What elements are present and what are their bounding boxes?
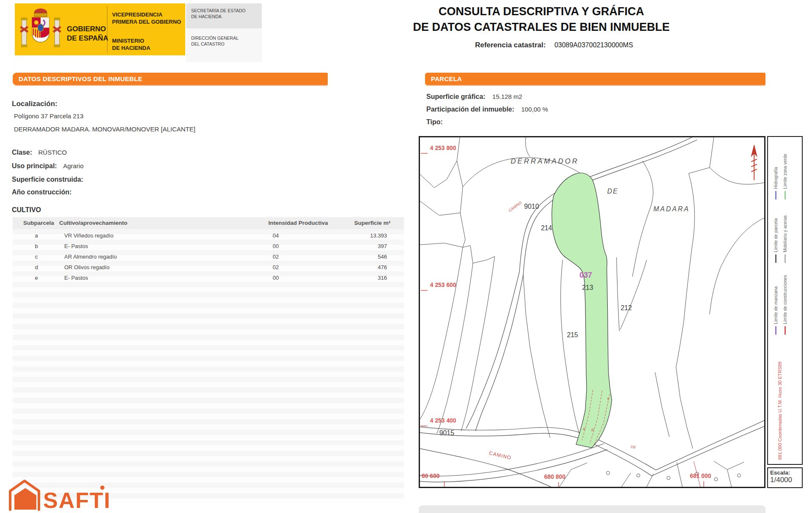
- legend-swatch: [785, 326, 786, 335]
- section-header-datos-descriptivos: DATOS DESCRIPTIVOS DEL INMUEBLE: [13, 73, 328, 85]
- table-row: e E- Pastos 00 316: [13, 275, 404, 285]
- table-row: c AR Almendro regadío 02 546: [13, 254, 404, 264]
- cultivo-table-body: a VR Viñedos regadío 04 13.393 b E- Past…: [13, 229, 404, 503]
- legend-swatch: [775, 326, 776, 335]
- superficie-grafica-row: Superficie gráfica: 15.128 m2: [426, 93, 522, 101]
- gobierno-text: GOBIERNO DE ESPAÑA: [67, 25, 108, 43]
- legend-swatch: [785, 191, 786, 199]
- subparcel-letter-e: e: [607, 396, 610, 401]
- superficie-construida-row: Superficie construida:: [12, 176, 88, 183]
- localizacion-line1: Polígono 37 Parcela 213: [14, 112, 83, 120]
- gobierno-logo-block: GOBIERNO DE ESPAÑA VICEPRESIDENCIA PRIME…: [15, 3, 185, 55]
- parcel-number-213: 213: [582, 284, 593, 291]
- parcel-number-9010: 9010: [524, 203, 539, 210]
- participacion-row: Participación del inmueble: 100,00 %: [426, 106, 548, 113]
- subparcel-label-037: 037: [579, 271, 592, 279]
- cultivo-table-header: Subparcela Cultivo/aprovechamiento Inten…: [13, 217, 404, 229]
- spain-coat-of-arms-icon: [19, 5, 62, 53]
- parcel-number-212: 212: [621, 304, 632, 311]
- table-row: d OR Olivos regadío 02 476: [13, 264, 404, 275]
- legend-entry-hidrografia: Hidrografía: [772, 167, 779, 199]
- ministerio-text: MINISTERIO DE HACIENDA: [112, 37, 150, 52]
- coord-label-y3: 4 253 400: [430, 417, 456, 424]
- localizacion-line2: DERRAMADOR MADARA. MONOVAR/MONOVER [ALIC…: [14, 126, 195, 133]
- referencia-catastral: Referencia catastral: 03089A037002130000…: [381, 41, 702, 49]
- cultivo-title: CULTIVO: [12, 206, 41, 214]
- safti-house-icon: [10, 481, 39, 510]
- parcel-number-9015: 9015: [439, 429, 454, 437]
- camino-road-label-small: CAMINO: [508, 200, 523, 213]
- safti-brand-text: SAFTI: [43, 488, 110, 511]
- legend-swatch: [775, 254, 776, 263]
- tipo-row: Tipo:: [426, 118, 448, 126]
- legend-swatch: [775, 191, 776, 199]
- legend-entry-limite-manzana: Límite de manzana: [772, 287, 779, 335]
- escala-box: Escala: 1/4000: [767, 467, 803, 488]
- legend-swatch: [785, 254, 786, 263]
- coord-label-x1: 80 600: [422, 472, 440, 479]
- logo-divider: [107, 6, 107, 53]
- legend-entry-zona-verde: Límite zona verde: [782, 154, 788, 199]
- direccion-box: DIRECCIÓN GENERAL DEL CATASTRO: [186, 28, 262, 62]
- place-label-derramador: DERRAMADOR: [510, 157, 579, 165]
- place-label-de: DE: [607, 188, 618, 195]
- vicepresidencia-text: VICEPRESIDENCIA PRIMERA DEL GOBIERNO: [112, 11, 181, 25]
- legend-entry-limite-parcela: Límite de parcela: [772, 218, 779, 263]
- subparcel-letter-d: d: [591, 427, 594, 432]
- place-label-madara: MADARA: [653, 205, 690, 213]
- parcel-number-215: 215: [567, 331, 578, 338]
- cadastral-map: 4 253 800 4 253 600 4 253 400 80 600 680…: [419, 136, 765, 488]
- coord-label-y1: 4 253 800: [430, 145, 456, 151]
- legend-entry-mobiliario: Mobiliario y aceras: [782, 215, 788, 263]
- coord-label-x3: 681 000: [690, 472, 711, 479]
- legend-entry-limite-construcciones: Límite de construcciones: [782, 275, 788, 335]
- safti-logo: SAFTI: [4, 475, 110, 511]
- ce-label: ce: [631, 444, 636, 450]
- cadastral-document-page: GOBIERNO DE ESPAÑA VICEPRESIDENCIA PRIME…: [0, 0, 812, 513]
- document-title: CONSULTA DESCRIPTIVA Y GRÁFICA DE DATOS …: [381, 5, 702, 34]
- ano-construccion-row: Año construcción:: [12, 188, 76, 196]
- safti-i-dot: [100, 486, 104, 490]
- secretaria-box: SECRETARÍA DE ESTADO DE HACIENDA: [186, 3, 262, 31]
- camino-road-label: CAMINO: [488, 450, 512, 461]
- subparcel-letter-a: a: [583, 426, 585, 431]
- section-header-parcela: PARCELA: [425, 73, 765, 85]
- north-arrow-icon: [751, 145, 757, 180]
- parcel-number-214: 214: [541, 224, 552, 232]
- table-row: b E- Pastos 00 397: [13, 243, 404, 254]
- localizacion-label: Localización:: [12, 100, 58, 108]
- clase-row: Clase: RÚSTICO: [12, 149, 67, 156]
- table-row: a VR Viñedos regadío 04 13.393: [13, 232, 404, 243]
- legend-coords-note: 681.000 Coordenadas U.T.M. Huso 30 ETRS8…: [776, 362, 783, 460]
- coord-label-x2: 680 800: [544, 473, 565, 480]
- uso-principal-row: Uso principal: Agrario: [12, 162, 84, 170]
- next-section-bar: [419, 505, 765, 513]
- coord-label-y2: 4 253 600: [430, 281, 456, 288]
